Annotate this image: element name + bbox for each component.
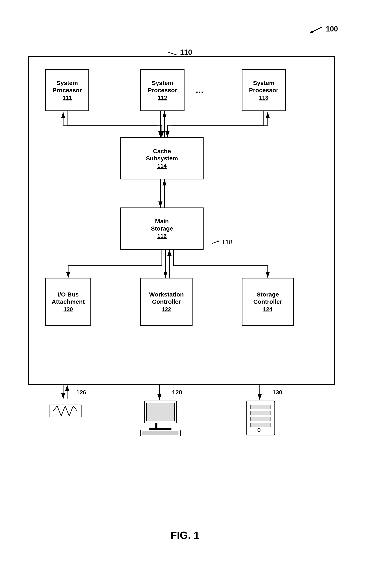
processor-112-box: SystemProcessor 112: [140, 69, 184, 111]
svg-rect-49: [251, 411, 271, 415]
io-bus-ref: 120: [63, 306, 73, 313]
cache-title: CacheSubsystem: [146, 147, 178, 162]
svg-line-2: [169, 52, 177, 55]
storage-controller-box: StorageController 124: [242, 278, 294, 326]
svg-rect-46: [142, 431, 179, 435]
workstation-ref: 122: [162, 306, 171, 313]
processor-113-box: SystemProcessor 113: [242, 69, 286, 111]
main-storage-title: MainStorage: [151, 218, 173, 232]
svg-rect-51: [251, 423, 271, 427]
processor-112-title: SystemProcessor: [148, 79, 177, 94]
ref-130-label: 130: [272, 389, 282, 396]
processor-112-ref: 112: [158, 95, 167, 101]
system-outer-box: SystemProcessor 111 SystemProcessor 112 …: [28, 56, 335, 385]
svg-rect-43: [155, 423, 158, 428]
main-storage-box: MainStorage 116: [120, 208, 203, 250]
io-bus-box: I/O BusAttachment 120: [45, 278, 91, 326]
cache-subsystem-box: CacheSubsystem 114: [120, 137, 203, 179]
fig-caption: FIG. 1: [170, 529, 199, 541]
device-130-icon: [239, 399, 283, 439]
ellipsis-dots: ...: [196, 84, 203, 95]
io-bus-title: I/O BusAttachment: [52, 291, 85, 305]
svg-rect-48: [251, 405, 271, 409]
arrow-100-icon: [308, 24, 324, 34]
main-storage-ref: 116: [157, 233, 167, 239]
device-128-icon: [132, 399, 189, 439]
arrow-110-icon: [167, 49, 179, 55]
ref-128-label: 128: [172, 389, 182, 396]
cache-ref: 114: [157, 163, 167, 169]
diagram-container: 100 110 SystemProcessor 111 SystemProces…: [20, 24, 350, 545]
ref-118-label: 118: [222, 239, 233, 246]
ref-126-label: 126: [76, 389, 86, 396]
svg-rect-50: [251, 417, 271, 421]
ref-110-label: 110: [180, 48, 192, 57]
svg-line-0: [312, 27, 322, 32]
ref-100-area: 100: [308, 24, 338, 34]
svg-rect-42: [146, 403, 174, 421]
ref-118-area: 118: [211, 239, 233, 246]
processor-111-ref: 111: [63, 95, 72, 101]
device-126-icon: [43, 399, 87, 423]
processor-113-title: SystemProcessor: [249, 79, 279, 94]
processor-111-title: SystemProcessor: [53, 79, 82, 94]
arrow-118-icon: [211, 239, 221, 245]
processor-111-box: SystemProcessor 111: [45, 69, 89, 111]
workstation-title: WorkstationController: [149, 291, 184, 305]
svg-point-52: [257, 428, 260, 432]
ref-100-label: 100: [326, 25, 338, 33]
processor-113-ref: 113: [259, 95, 269, 101]
workstation-controller-box: WorkstationController 122: [140, 278, 192, 326]
ref-110-area: 110: [167, 48, 192, 57]
storage-ctrl-ref: 124: [263, 306, 273, 313]
storage-ctrl-title: StorageController: [253, 291, 282, 305]
